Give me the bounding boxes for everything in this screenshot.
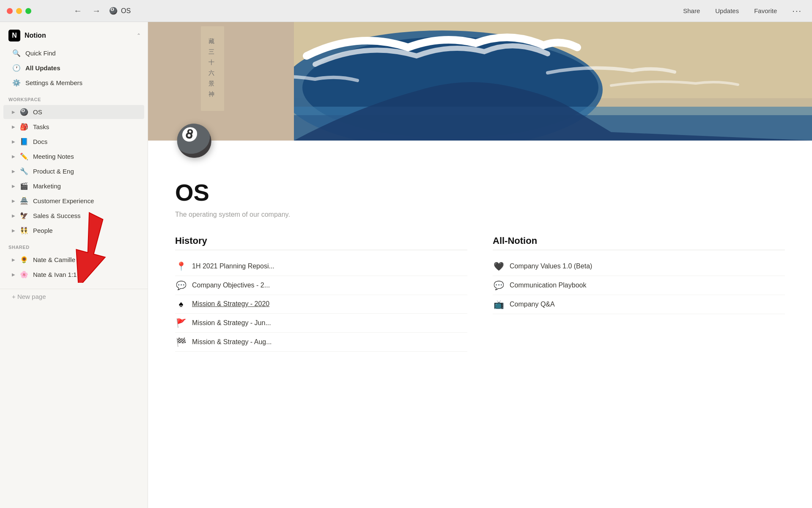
page-banner: 藏 三 十 六 景 神 (148, 22, 812, 141)
svg-text:十: 十 (208, 59, 214, 66)
sidebar-item-product-eng[interactable]: ▶ 🔧 Product & Eng (3, 164, 144, 178)
expand-arrow-sales: ▶ (12, 213, 15, 218)
nate-camille-label: Nate & Camille 1:1 (33, 256, 137, 263)
sidebar-item-all-updates[interactable]: 🕐 All Updates (3, 61, 144, 75)
sidebar-item-os[interactable]: ▶ 🎱 OS (3, 105, 144, 119)
workspace-chevron: ⌃ (137, 33, 141, 39)
all-notion-text-0: Company Values 1.0 (Beta) (510, 262, 592, 270)
svg-text:景: 景 (208, 80, 214, 87)
notion-logo: N (8, 30, 20, 41)
sidebar-item-meeting-notes[interactable]: ▶ ✏️ Meeting Notes (3, 149, 144, 163)
new-page-label: + New page (12, 293, 46, 300)
expand-arrow-tasks: ▶ (12, 124, 15, 129)
sidebar-item-sales-success[interactable]: ▶ 🦅 Sales & Success (3, 209, 144, 223)
page-emoji: 🎱 (175, 122, 212, 159)
all-notion-title: All-Notion (493, 235, 785, 250)
all-notion-link-1[interactable]: 💬 Communication Playbook (493, 276, 785, 295)
history-title: History (175, 235, 467, 250)
sidebar-item-nate-camille[interactable]: ▶ 🌻 Nate & Camille 1:1 (3, 253, 144, 267)
history-column: History 📍 1H 2021 Planning Reposi... 💬 C… (175, 235, 467, 352)
more-button[interactable]: ··· (789, 4, 805, 17)
history-link-2[interactable]: ♠️ Mission & Strategy - 2020 (175, 295, 467, 314)
os-icon: 🎱 (19, 108, 29, 116)
svg-text:藏: 藏 (208, 38, 214, 44)
sidebar-item-settings[interactable]: ⚙️ Settings & Members (3, 76, 144, 90)
favorite-button[interactable]: Favorite (751, 6, 780, 16)
link-icon-2: ♠️ (175, 299, 187, 309)
sidebar-header[interactable]: N Notion ⌃ (0, 25, 148, 46)
cx-icon: 🏯 (19, 197, 29, 205)
expand-arrow-nc: ▶ (12, 257, 15, 262)
tasks-icon: 🎒 (19, 123, 29, 131)
settings-label: Settings & Members (25, 79, 137, 86)
workspace-section-label: WORKSPACE (0, 90, 148, 105)
back-button[interactable]: ← (70, 4, 85, 17)
titlebar-page-emoji: 🎱 (109, 7, 118, 15)
all-notion-icon-0: 🖤 (493, 261, 505, 271)
page-subtitle: The operating system of our company. (175, 211, 785, 218)
expand-arrow-marketing: ▶ (12, 184, 15, 188)
history-link-1[interactable]: 💬 Company Objectives - 2... (175, 276, 467, 295)
svg-text:神: 神 (208, 91, 214, 97)
titlebar: ← → 🎱 OS Share Updates Favorite ··· (0, 0, 812, 22)
link-icon-0: 📍 (175, 261, 187, 271)
shared-section-label: SHARED (0, 238, 148, 252)
close-button[interactable] (7, 8, 13, 14)
forward-button[interactable]: → (89, 4, 104, 17)
updates-button[interactable]: Updates (712, 6, 742, 16)
gear-icon: ⚙️ (12, 79, 21, 87)
sidebar-item-tasks[interactable]: ▶ 🎒 Tasks (3, 120, 144, 134)
sales-icon: 🦅 (19, 212, 29, 220)
banner-wave-art: 藏 三 十 六 景 神 (148, 22, 812, 141)
history-link-0[interactable]: 📍 1H 2021 Planning Reposi... (175, 257, 467, 276)
new-page-button[interactable]: + New page (3, 290, 144, 304)
all-notion-link-2[interactable]: 📺 Company Q&A (493, 295, 785, 314)
sidebar: N Notion ⌃ 🔍 Quick Find 🕐 All Updates ⚙️… (0, 22, 148, 508)
sidebar-item-marketing[interactable]: ▶ 🎬 Marketing (3, 179, 144, 193)
maximize-button[interactable] (25, 8, 31, 14)
sidebar-item-quick-find[interactable]: 🔍 Quick Find (3, 46, 144, 60)
page-title: OS (175, 179, 785, 206)
traffic-lights (7, 8, 31, 14)
all-notion-column: All-Notion 🖤 Company Values 1.0 (Beta) 💬… (493, 235, 785, 352)
marketing-icon: 🎬 (19, 182, 29, 190)
nate-ivan-icon: 🌸 (19, 271, 29, 279)
sidebar-item-people[interactable]: ▶ 👯 People (3, 224, 144, 237)
sidebar-item-customer-experience[interactable]: ▶ 🏯 Customer Experience (3, 194, 144, 208)
all-updates-label: All Updates (25, 64, 137, 72)
link-text-3: Mission & Strategy - Jun... (192, 319, 271, 327)
docs-icon: 📘 (19, 138, 29, 146)
sidebar-item-nate-ivan[interactable]: ▶ 🌸 Nate & Ivan 1:1 (3, 268, 144, 282)
expand-arrow-os: ▶ (12, 110, 15, 114)
link-text-1: Company Objectives - 2... (192, 282, 270, 289)
expand-arrow-cx: ▶ (12, 199, 15, 203)
main-content: 藏 三 十 六 景 神 🎱 OS The operating system of… (148, 22, 812, 508)
link-icon-4: 🏁 (175, 337, 187, 347)
all-notion-icon-1: 💬 (493, 280, 505, 290)
tasks-label: Tasks (33, 123, 137, 130)
titlebar-actions: Share Updates Favorite ··· (680, 4, 805, 17)
minimize-button[interactable] (16, 8, 22, 14)
quick-find-label: Quick Find (25, 50, 137, 57)
all-notion-text-1: Communication Playbook (510, 282, 586, 289)
product-eng-label: Product & Eng (33, 168, 137, 175)
cx-label: Customer Experience (33, 197, 137, 204)
people-label: People (33, 227, 137, 234)
page-icon-title: 🎱 OS (109, 7, 131, 15)
history-link-4[interactable]: 🏁 Mission & Strategy - Aug... (175, 333, 467, 352)
nate-camille-icon: 🌻 (19, 256, 29, 264)
link-icon-1: 💬 (175, 280, 187, 290)
share-button[interactable]: Share (680, 6, 703, 16)
meeting-notes-icon: ✏️ (19, 152, 29, 160)
all-notion-link-0[interactable]: 🖤 Company Values 1.0 (Beta) (493, 257, 785, 276)
page-columns: History 📍 1H 2021 Planning Reposi... 💬 C… (175, 235, 785, 352)
link-text-2: Mission & Strategy - 2020 (192, 300, 269, 308)
link-text-4: Mission & Strategy - Aug... (192, 338, 272, 346)
sidebar-item-docs[interactable]: ▶ 📘 Docs (3, 135, 144, 149)
expand-arrow-meeting-notes: ▶ (12, 154, 15, 159)
meeting-notes-label: Meeting Notes (33, 153, 137, 160)
history-link-3[interactable]: 🚩 Mission & Strategy - Jun... (175, 314, 467, 333)
app-body: N Notion ⌃ 🔍 Quick Find 🕐 All Updates ⚙️… (0, 22, 812, 508)
docs-label: Docs (33, 138, 137, 145)
marketing-label: Marketing (33, 182, 137, 190)
